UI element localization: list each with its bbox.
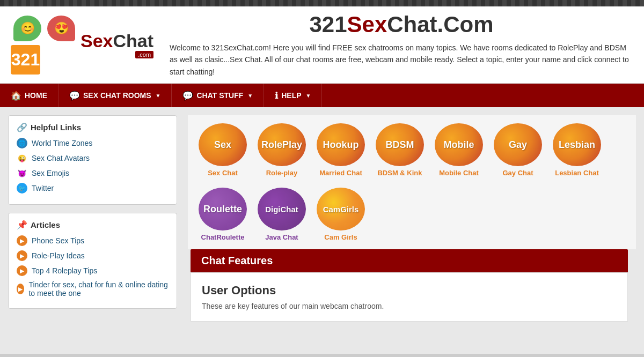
page-header: 😊 😍 321 SexChat .com 321SexChat.Com Welc… — [0, 6, 644, 84]
link-twitter[interactable]: 🐦 Twitter — [17, 183, 169, 194]
chat-stuff-dropdown-arrow: ▼ — [247, 93, 253, 99]
chat-rooms-icon: 💬 — [69, 91, 80, 101]
nav-help[interactable]: ℹ HELP ▼ — [264, 84, 322, 107]
link-world-time-zones[interactable]: 🌐 World Time Zones — [17, 138, 169, 148]
article-role-play-ideas[interactable]: ▶ Role-Play Ideas — [17, 250, 169, 261]
sidebar: 🔗 Helpful Links 🌐 World Time Zones 😜 Sex… — [0, 107, 185, 354]
chat-rooms-dropdown-arrow: ▼ — [156, 93, 161, 99]
logo-bubble-green: 😊 — [13, 16, 41, 41]
chat-features-section: Chat Features User Options These are key… — [191, 249, 628, 322]
chat-room-label-roulette: ChatRoulette — [201, 233, 245, 241]
article-top-4-roleplay[interactable]: ▶ Top 4 Roleplay Tips — [17, 265, 169, 276]
globe-icon: 🌐 — [17, 138, 27, 148]
logo-face-green: 😊 — [20, 21, 35, 35]
nav-home-label: HOME — [25, 91, 47, 100]
chat-room-label-digichat: Java Chat — [265, 233, 298, 241]
main-content-area: Sex Sex Chat RolePlay Role-play Hookup M… — [185, 107, 644, 354]
logo-dotcom: .com — [135, 51, 153, 58]
chat-room-label-mobile: Mobile Chat — [439, 169, 479, 177]
chat-room-sex[interactable]: Sex Sex Chat — [196, 123, 250, 177]
chat-bubble-sex: Sex — [199, 123, 247, 166]
twitter-icon: 🐦 — [17, 183, 27, 194]
chat-room-label-bdsm: BDSM & Kink — [377, 169, 422, 177]
article-tinder[interactable]: ▶ Tinder for sex, chat for fun & online … — [17, 280, 169, 298]
article-icon-2: ▶ — [17, 250, 27, 261]
helpful-links-box: 🔗 Helpful Links 🌐 World Time Zones 😜 Sex… — [8, 115, 177, 205]
site-title-suffix: Chat.Com — [387, 12, 493, 37]
chat-bubble-digichat: DigiChat — [258, 188, 306, 230]
article-icon-1: ▶ — [17, 235, 27, 246]
main-content: 🔗 Helpful Links 🌐 World Time Zones 😜 Sex… — [0, 107, 644, 354]
chat-room-roleplay[interactable]: RolePlay Role-play — [255, 123, 309, 177]
chat-room-roulette[interactable]: Roulette ChatRoulette — [196, 188, 250, 241]
chat-bubble-roleplay: RolePlay — [258, 123, 306, 166]
site-description: Welcome to 321SexChat.com! Here you will… — [170, 42, 633, 78]
logo-area: 😊 😍 321 SexChat .com — [11, 16, 153, 75]
chat-bubble-lesbian: Lesbian — [553, 123, 601, 166]
chat-room-mobile[interactable]: Mobile Mobile Chat — [432, 123, 486, 177]
chat-room-camgirls[interactable]: CamGirls Cam Girls — [314, 188, 368, 241]
articles-box: 📌 Articles ▶ Phone Sex Tips ▶ Role-Play … — [8, 213, 177, 309]
chat-stuff-icon: 💬 — [182, 91, 193, 101]
site-title-sex: Sex — [347, 12, 387, 37]
chat-room-label-sex: Sex Chat — [208, 169, 238, 177]
logo-sexchat-text: SexChat — [80, 32, 153, 50]
nav-sex-chat-rooms-label: SEX CHAT ROOMS — [83, 91, 151, 100]
link-sex-emojis[interactable]: 😈 Sex Emojis — [17, 168, 169, 178]
chat-room-label-gay: Gay Chat — [502, 169, 533, 177]
chat-bubble-camgirls: CamGirls — [317, 188, 365, 230]
logo-box: 😊 😍 321 — [11, 16, 75, 75]
chat-room-lesbian[interactable]: Lesbian Lesbian Chat — [550, 123, 604, 177]
nav-home[interactable]: 🏠 HOME — [0, 84, 58, 107]
logo-face-red: 😍 — [54, 21, 69, 35]
chat-bubble-gay: Gay — [494, 123, 542, 166]
logo-sex-part: Sex — [80, 31, 113, 51]
site-title: 321SexChat.Com — [170, 12, 633, 38]
chat-bubble-hookup: Hookup — [317, 123, 365, 166]
articles-icon: 📌 — [17, 220, 27, 230]
chat-features-header: Chat Features — [191, 249, 628, 272]
articles-title: 📌 Articles — [17, 220, 169, 230]
chat-bubble-mobile: Mobile — [435, 123, 483, 166]
article-icon-3: ▶ — [17, 265, 27, 276]
chat-room-bdsm[interactable]: BDSM BDSM & Kink — [373, 123, 427, 177]
nav-chat-stuff-label: CHAT STUFF — [196, 91, 243, 100]
logo-chat-part: Chat — [113, 31, 154, 51]
logo-bubble-red: 😍 — [47, 16, 75, 41]
site-title-prefix: 321 — [309, 12, 347, 37]
emoji-icon: 😈 — [17, 168, 27, 178]
chat-bubble-bdsm: BDSM — [376, 123, 424, 166]
chat-bubble-roulette: Roulette — [199, 188, 247, 230]
chat-rooms-grid: Sex Sex Chat RolePlay Role-play Hookup M… — [188, 115, 636, 249]
helpful-links-icon: 🔗 — [17, 122, 27, 132]
main-nav: 🏠 HOME 💬 SEX CHAT ROOMS ▼ 💬 CHAT STUFF ▼… — [0, 84, 644, 107]
top-decorative-bar — [0, 0, 644, 6]
logo-321: 321 — [11, 45, 40, 75]
chat-room-digichat[interactable]: DigiChat Java Chat — [255, 188, 309, 241]
article-icon-4: ▶ — [17, 284, 24, 294]
nav-chat-stuff[interactable]: 💬 CHAT STUFF ▼ — [172, 84, 264, 107]
chat-room-hookup[interactable]: Hookup Married Chat — [314, 123, 368, 177]
chat-room-gay[interactable]: Gay Gay Chat — [491, 123, 545, 177]
header-content: 321SexChat.Com Welcome to 321SexChat.com… — [153, 12, 633, 78]
avatar-icon: 😜 — [17, 153, 27, 163]
nav-help-label: HELP — [281, 91, 301, 100]
user-options-title: User Options — [202, 284, 617, 298]
nav-sex-chat-rooms[interactable]: 💬 SEX CHAT ROOMS ▼ — [58, 84, 172, 107]
chat-features-content: User Options These are key features of o… — [191, 272, 628, 322]
article-phone-sex-tips[interactable]: ▶ Phone Sex Tips — [17, 235, 169, 246]
chat-room-label-hookup: Married Chat — [319, 169, 362, 177]
user-options-desc: These are key features of our main webca… — [202, 302, 617, 310]
chat-room-label-lesbian: Lesbian Chat — [555, 169, 599, 177]
help-icon: ℹ — [275, 91, 278, 101]
chat-room-label-roleplay: Role-play — [266, 169, 298, 177]
help-dropdown-arrow: ▼ — [306, 93, 311, 99]
link-sex-chat-avatars[interactable]: 😜 Sex Chat Avatars — [17, 153, 169, 163]
helpful-links-title: 🔗 Helpful Links — [17, 122, 169, 132]
chat-room-label-camgirls: Cam Girls — [324, 233, 357, 241]
logo-text-area: SexChat .com — [80, 32, 153, 58]
home-icon: 🏠 — [11, 91, 21, 101]
